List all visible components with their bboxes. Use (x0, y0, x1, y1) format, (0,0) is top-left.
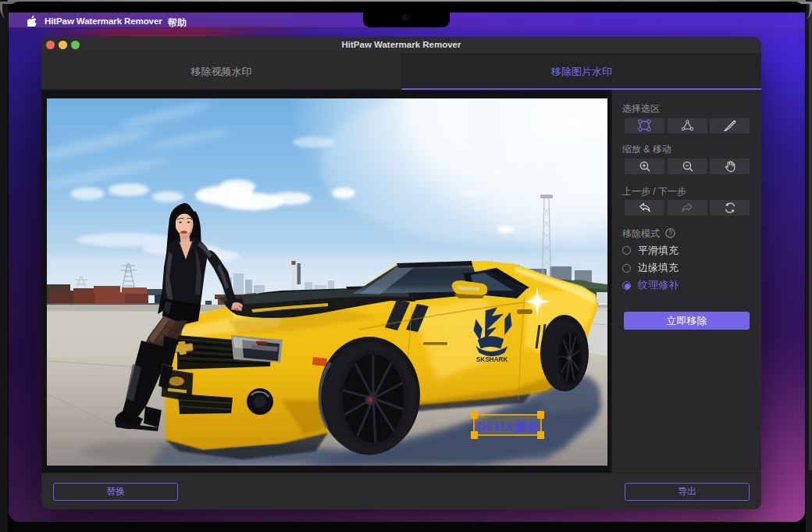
svg-text:SKSHARK: SKSHARK (475, 355, 507, 362)
svg-text:DFHX摄影: DFHX摄影 (476, 420, 540, 434)
svg-text:?: ? (668, 229, 672, 237)
